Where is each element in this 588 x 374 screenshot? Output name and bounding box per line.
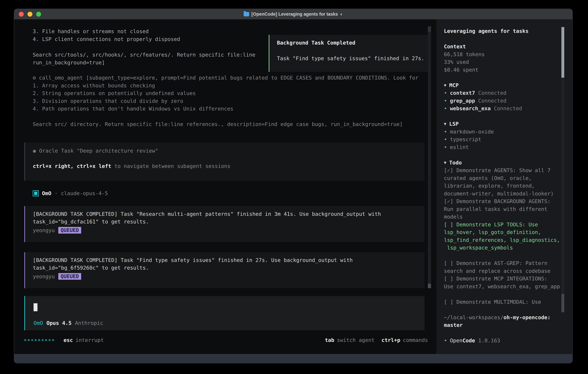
active-model-label: Opus 4.5 — [46, 320, 72, 326]
terminal-line: run_in_background=true] — [33, 59, 255, 67]
terminal-line: 4. Path operations that don't handle Win… — [33, 105, 419, 113]
mcp-item: •websearch_exaConnected — [444, 104, 572, 112]
chat-transcript: 3. File handles or streams not closed 4.… — [14, 19, 436, 354]
separator-dot: · — [54, 190, 58, 196]
mcp-item: •grep_appConnected — [444, 97, 572, 105]
bullet-icon: • — [444, 136, 447, 142]
task-message-line: task_id="bg_dcfac161" to get results. — [33, 218, 149, 226]
task-message-line: task_id="bg_6f59260c" to get results. — [33, 264, 149, 272]
esc-key-label: interrupt — [75, 337, 104, 343]
status-bar: esc interrupt tabswitch agent ctrl+pcomm… — [24, 336, 428, 344]
background-task-toast: Background Task Completed Task "Find typ… — [269, 35, 429, 72]
active-agent-label: OmO — [33, 320, 43, 326]
gear-icon: ⚙ — [33, 75, 36, 81]
hint-text: to navigate between subagent sessions — [111, 163, 231, 169]
terminal-line: Search src/ directory. Return specific f… — [33, 120, 403, 128]
window-bottom-strip — [14, 354, 572, 363]
chevron-down-icon: ▼ — [444, 160, 446, 165]
agent-name: OmO — [42, 190, 51, 196]
sidebar: Leveraging agents for tasks Context 66,5… — [436, 19, 572, 354]
todo-item: [✓] Demonstrate AGENTS: Show all 7 curat… — [444, 166, 572, 197]
status-badge: QUEUED — [58, 273, 81, 280]
task-message-footer: yeongyu QUEUED — [33, 272, 81, 280]
prompt-input[interactable]: OmO Opus 4.5 Anthropic — [24, 296, 424, 330]
oracle-task-title: ◉ Oracle Task "Deep architecture review" — [33, 147, 158, 155]
sidebar-scrollbar-segment — [561, 294, 564, 312]
toast-body: Task "Find type safety issues" finished … — [277, 54, 424, 62]
zoom-window-button[interactable] — [36, 12, 41, 17]
window-controls — [19, 9, 41, 19]
agent-model: claude-opus-4-5 — [61, 190, 108, 196]
task-message-footer: yeongyu QUEUED — [33, 226, 81, 234]
tab-key-label: switch agent — [337, 337, 374, 343]
sidebar-scrollbar-thumb[interactable] — [561, 27, 564, 78]
background-task-message: [BACKGROUND TASK COMPLETED] Task "Resear… — [24, 206, 424, 242]
background-task-message: [BACKGROUND TASK COMPLETED] Task "Find t… — [24, 252, 424, 288]
todo-item: [ ] Demonstrate AST-GREP: Pattern search… — [444, 259, 572, 275]
bullet-icon: • — [444, 105, 447, 111]
chat-scrollbar[interactable] — [428, 26, 431, 288]
radio-icon: ◉ — [33, 148, 36, 154]
git-branch: master — [444, 321, 572, 329]
session-title: Leveraging agents for tasks — [444, 27, 572, 35]
bullet-icon: • — [444, 98, 447, 104]
window-title-group: [OpenCode] Leveraging agents for tasks ◐ — [244, 11, 343, 17]
bullet-icon: • — [444, 338, 447, 343]
lsp-item: •typescript — [444, 135, 572, 143]
text-cursor — [33, 303, 37, 311]
tool-call-line: ⚙ call_omo_agent [subagent_type=explore,… — [33, 74, 419, 82]
context-heading: Context — [444, 43, 572, 51]
sidebar-scrollbar[interactable] — [561, 27, 564, 312]
bullet-icon: • — [444, 90, 447, 96]
todo-item: [✓] Demonstrate BACKGROUND AGENTS: Run p… — [444, 197, 572, 221]
app-window: [OpenCode] Leveraging agents for tasks ◐… — [14, 9, 573, 363]
provider-label: Anthropic — [75, 320, 103, 326]
task-message-line: [BACKGROUND TASK COMPLETED] Task "Resear… — [33, 210, 381, 218]
task-message-line: [BACKGROUND TASK COMPLETED] Task "Find t… — [33, 256, 353, 264]
todo-item-active: [ ] Demonstrate LSP TOOLS: Use lsp_hover… — [444, 221, 572, 252]
status-bar-right: tabswitch agent ctrl+pcommands — [318, 337, 428, 343]
lsp-item: •eslint — [444, 143, 572, 151]
context-spent: $0.46 spent — [444, 66, 572, 74]
app-version-row: •OpenCode1.0.163 — [444, 337, 572, 344]
task-user: yeongyu — [33, 227, 55, 233]
bullet-icon: • — [444, 144, 447, 150]
lsp-section-header[interactable]: ▼LSP — [444, 120, 572, 128]
spinner-dots — [24, 339, 54, 341]
hint-keys: ctrl+x right, ctrl+x left — [33, 163, 111, 169]
half-moon-icon: ◐ — [340, 12, 343, 17]
terminal-line: 3. File handles or streams not closed — [33, 28, 180, 35]
todo-item: [ ] Demonstrate MCP INTEGRATIONS: Use co… — [444, 275, 572, 290]
minimize-window-button[interactable] — [28, 12, 32, 17]
terminal-line: 4. LSP client connections not properly d… — [33, 35, 180, 43]
toast-title: Background Task Completed — [277, 39, 355, 47]
terminal-line: Search src/tools/, src/hooks/, src/featu… — [33, 51, 255, 59]
terminal-line: 1. Array access without bounds checking — [33, 82, 419, 90]
terminal-line: 2. String operations on potentially unde… — [33, 89, 419, 97]
mcp-section-header[interactable]: ▼MCP — [444, 82, 572, 89]
window-title: [OpenCode] Leveraging agents for tasks — [252, 11, 338, 17]
oracle-task-hint: ctrl+x right, ctrl+x left to navigate be… — [33, 162, 230, 170]
context-used: 33% used — [444, 58, 572, 66]
oracle-task-panel: ◉ Oracle Task "Deep architecture review"… — [24, 143, 424, 181]
chevron-down-icon: ▼ — [444, 83, 446, 88]
bullet-icon: • — [444, 129, 447, 135]
agent-session-row[interactable]: OmO · claude-opus-4-5 — [33, 189, 108, 197]
lsp-item: •markdown-oxide — [444, 128, 572, 136]
todo-item: [ ] Demonstrate MULTIMODAL: Use — [444, 298, 572, 306]
ctrlp-key-label: commands — [403, 337, 428, 343]
terminal-line: 3. Division operations that could divide… — [33, 97, 419, 105]
context-tokens: 66,518 tokens — [444, 51, 572, 58]
todo-section-header[interactable]: ▼Todo — [444, 159, 572, 166]
ctrlp-key-hint: ctrl+p — [381, 337, 400, 343]
close-window-button[interactable] — [19, 12, 24, 17]
mcp-item: •context7Connected — [444, 89, 572, 97]
title-bar: [OpenCode] Leveraging agents for tasks ◐ — [14, 9, 572, 19]
chat-scrollbar-cap — [428, 26, 431, 32]
tab-key-hint: tab — [325, 337, 334, 343]
esc-key-hint: esc — [63, 337, 73, 343]
agent-checkbox-icon — [33, 190, 39, 197]
status-badge: QUEUED — [58, 227, 81, 234]
task-user: yeongyu — [33, 273, 55, 280]
chat-scrollbar-thumb[interactable] — [428, 284, 431, 288]
